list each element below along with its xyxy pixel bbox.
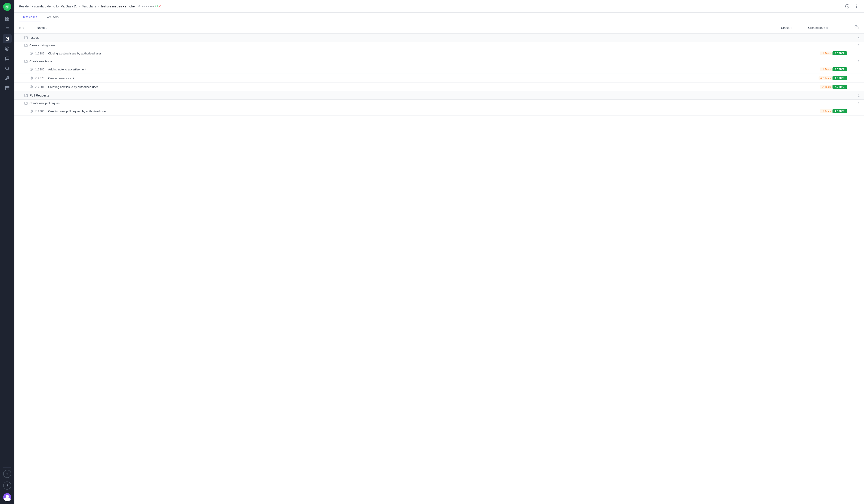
sidebar: + ? — [0, 0, 14, 504]
group-row-issues[interactable]: Issues 4 — [14, 34, 864, 42]
table-header: Id ⇅ Name ↓ Status ⇅ Created date ⇅ — [14, 22, 864, 34]
svg-point-0 — [5, 5, 9, 9]
svg-point-18 — [856, 7, 856, 8]
test-case-icon-12380 — [30, 68, 33, 71]
sort-icon-created: ⇅ — [826, 26, 828, 29]
sidebar-item-rocket[interactable] — [3, 44, 12, 53]
test-name-12383: Creating new pull request by authorized … — [48, 110, 818, 113]
col-header-status[interactable]: Status ⇅ — [781, 26, 808, 29]
col-header-created[interactable]: Created date ⇅ — [808, 26, 849, 29]
test-name-12381: Creating new issue by authorized user — [48, 85, 818, 89]
svg-point-29 — [31, 110, 32, 111]
col-header-actions — [849, 24, 860, 31]
sub-group-close-existing-issue: Close existing issue 1 #12382 Closing ex… — [14, 42, 864, 58]
sub-group-create-new-issue: Create new issue 3 #12380 Adding note to… — [14, 58, 864, 91]
test-row-12380[interactable]: #12380 Adding note to advertisement UI T… — [14, 65, 864, 74]
play-button[interactable] — [844, 3, 851, 10]
breadcrumb-current: feature issues - smoke — [101, 4, 135, 8]
folder-icon-issues — [24, 36, 28, 39]
help-button[interactable]: ? — [3, 481, 11, 490]
app-logo[interactable] — [3, 3, 11, 11]
test-name-12382: Closing existing issue by authorized use… — [48, 52, 818, 55]
test-id-12382: #12382 — [35, 52, 48, 55]
test-row-12382[interactable]: #12382 Closing existing issue by authori… — [14, 49, 864, 58]
group-row-pull-requests[interactable]: Pull Requests 1 — [14, 91, 864, 100]
test-case-icon-12381 — [30, 85, 33, 88]
sidebar-item-tools[interactable] — [3, 74, 12, 83]
add-button[interactable]: + — [3, 470, 11, 478]
test-row-12383[interactable]: #12383 Creating new pull request by auth… — [14, 107, 864, 116]
status-badge-12380: ACTIVE — [832, 67, 847, 71]
more-options-button[interactable] — [853, 3, 860, 10]
svg-rect-19 — [856, 27, 859, 29]
sidebar-divider — [3, 467, 11, 468]
folder-icon-create-new-issue — [24, 60, 28, 63]
test-count: 6 test cases +1 -1 — [139, 4, 161, 8]
sidebar-item-archive[interactable] — [3, 84, 12, 93]
group-issues: Issues 4 Close existing issue 1 #1 — [14, 34, 864, 91]
svg-rect-4 — [8, 19, 9, 21]
sidebar-item-chat[interactable] — [3, 54, 12, 63]
test-tag-12382: UI Tests — [820, 51, 832, 55]
sub-group-row-create-new-pull-request[interactable]: Create new pull request 1 — [14, 100, 864, 107]
svg-point-25 — [31, 77, 32, 78]
svg-rect-8 — [7, 37, 8, 38]
test-case-icon-12383 — [30, 110, 33, 113]
status-badge-12381: ACTIVE — [832, 85, 847, 89]
test-row-12378[interactable]: #12378 Create issue via api API Tests AC… — [14, 74, 864, 83]
folder-icon-pull-requests — [24, 94, 28, 97]
user-avatar[interactable] — [3, 493, 11, 501]
test-id-12380: #12380 — [35, 68, 48, 71]
test-case-icon-12382 — [30, 52, 33, 55]
test-id-12381: #12381 — [35, 85, 48, 89]
breadcrumb-test-plans[interactable]: Test plans — [82, 4, 96, 8]
tab-test-cases[interactable]: Test cases — [19, 13, 41, 22]
sub-group-count-close-existing: 1 — [858, 44, 860, 47]
main-content: Resident - standard demo for Mr. Baev D.… — [14, 0, 864, 504]
test-row-12381[interactable]: #12381 Creating new issue by authorized … — [14, 83, 864, 91]
test-name-12380: Adding note to advertisement — [48, 68, 818, 71]
sort-icon-id: ⇅ — [22, 26, 24, 29]
copy-icon[interactable] — [854, 24, 860, 31]
svg-rect-2 — [8, 17, 9, 19]
tabs: Test cases Executors — [14, 13, 864, 22]
test-tag-12378: API Tests — [818, 76, 832, 80]
sub-group-label-create-new-issue: Create new issue — [29, 60, 858, 63]
header: Resident - standard demo for Mr. Baev D.… — [14, 0, 864, 13]
breadcrumb-project[interactable]: Resident - standard demo for Mr. Baev D. — [19, 4, 77, 8]
group-count-pull-requests: 1 — [858, 94, 860, 97]
sub-group-label-close-existing: Close existing issue — [29, 44, 858, 47]
group-label-pull-requests: Pull Requests — [30, 94, 858, 97]
status-badge-12383: ACTIVE — [832, 109, 847, 113]
folder-icon-close-existing — [24, 44, 28, 47]
col-header-name[interactable]: Name ↓ — [37, 26, 781, 29]
svg-marker-15 — [847, 5, 848, 7]
test-id-12383: #12383 — [35, 110, 48, 113]
sidebar-item-search[interactable] — [3, 64, 12, 73]
sidebar-item-list[interactable] — [3, 24, 12, 33]
breadcrumb: Resident - standard demo for Mr. Baev D.… — [19, 4, 161, 8]
col-header-id[interactable]: Id ⇅ — [19, 26, 37, 29]
sidebar-item-dashboard[interactable] — [3, 14, 12, 23]
test-tag-12380: UI Tests — [820, 68, 832, 71]
group-label-issues: Issues — [30, 36, 858, 39]
sub-group-create-new-pull-request: Create new pull request 1 #12383 Creatin… — [14, 100, 864, 116]
folder-icon-create-new-pr — [24, 101, 28, 105]
svg-point-23 — [31, 69, 32, 70]
tab-executors[interactable]: Executors — [41, 13, 62, 22]
sub-group-count-create-new-issue: 3 — [858, 60, 860, 63]
svg-point-14 — [845, 4, 849, 8]
status-badge-12382: ACTIVE — [832, 51, 847, 55]
header-actions — [844, 3, 860, 10]
svg-point-16 — [856, 5, 856, 5]
sub-group-row-close-existing-issue[interactable]: Close existing issue 1 — [14, 42, 864, 49]
sort-icon-name: ↓ — [46, 26, 47, 29]
sub-group-row-create-new-issue[interactable]: Create new issue 3 — [14, 58, 864, 65]
test-name-12378: Create issue via api — [48, 76, 817, 80]
test-tag-12381: UI Tests — [820, 85, 832, 89]
svg-point-9 — [5, 67, 9, 70]
group-count-issues: 4 — [858, 36, 860, 39]
sidebar-item-test-plans[interactable] — [3, 34, 12, 43]
svg-point-27 — [31, 86, 32, 87]
sort-icon-status: ⇅ — [790, 26, 792, 29]
